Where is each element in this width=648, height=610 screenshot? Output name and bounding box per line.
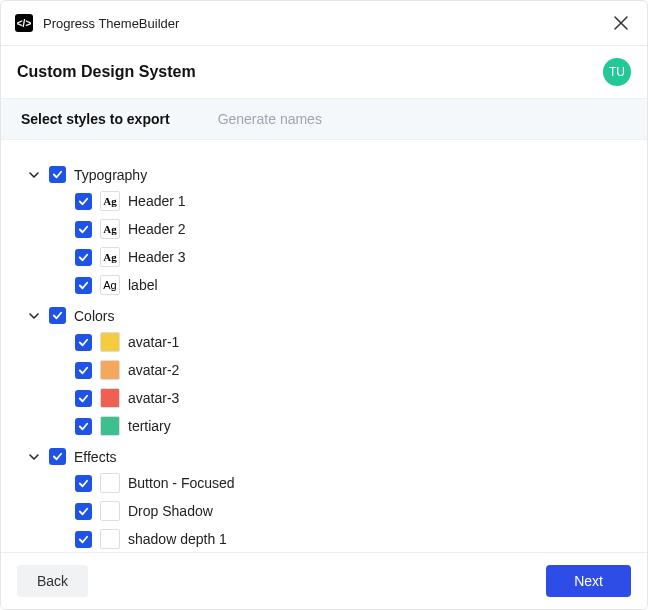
header: Custom Design System TU — [1, 46, 647, 99]
item-label: Header 3 — [128, 249, 186, 265]
checkbox[interactable] — [75, 390, 92, 407]
app-title: Progress ThemeBuilder — [43, 16, 599, 31]
group-label: Typography — [74, 167, 147, 183]
back-button[interactable]: Back — [17, 565, 88, 597]
app-icon: </> — [15, 14, 33, 32]
tabs: Select styles to export Generate names — [1, 99, 647, 140]
chevron-down-icon — [27, 168, 41, 182]
item-label: Header 1 — [128, 193, 186, 209]
item-header-1[interactable]: Ag Header 1 — [19, 187, 629, 215]
item-label: shadow depth 1 — [128, 531, 227, 547]
group-effects[interactable]: Effects — [19, 444, 629, 469]
checkbox[interactable] — [75, 221, 92, 238]
titlebar: </> Progress ThemeBuilder — [1, 1, 647, 46]
item-label: Button - Focused — [128, 475, 235, 491]
checkbox[interactable] — [75, 249, 92, 266]
checkbox[interactable] — [75, 503, 92, 520]
checkbox[interactable] — [75, 418, 92, 435]
item-tertiary[interactable]: tertiary — [19, 412, 629, 440]
close-icon — [614, 16, 628, 30]
checkbox[interactable] — [75, 475, 92, 492]
typography-swatch-icon: Ag — [100, 247, 120, 267]
item-label: tertiary — [128, 418, 171, 434]
item-label: label — [128, 277, 158, 293]
item-label: Header 2 — [128, 221, 186, 237]
close-button[interactable] — [609, 11, 633, 35]
tab-generate-names[interactable]: Generate names — [218, 111, 322, 127]
group-label: Colors — [74, 308, 114, 324]
avatar[interactable]: TU — [603, 58, 631, 86]
chevron-down-icon — [27, 309, 41, 323]
footer: Back Next — [1, 552, 647, 609]
group-colors[interactable]: Colors — [19, 303, 629, 328]
chevron-down-icon — [27, 450, 41, 464]
group-typography[interactable]: Typography — [19, 162, 629, 187]
item-drop-shadow[interactable]: Drop Shadow — [19, 497, 629, 525]
item-label: avatar-2 — [128, 362, 179, 378]
item-header-2[interactable]: Ag Header 2 — [19, 215, 629, 243]
typography-swatch-icon: Ag — [100, 275, 120, 295]
checkbox[interactable] — [75, 193, 92, 210]
checkbox-effects[interactable] — [49, 448, 66, 465]
effect-swatch-icon — [100, 501, 120, 521]
checkbox[interactable] — [75, 531, 92, 548]
item-label: avatar-3 — [128, 390, 179, 406]
design-system-title: Custom Design System — [17, 63, 603, 81]
typography-swatch-icon: Ag — [100, 219, 120, 239]
checkbox[interactable] — [75, 277, 92, 294]
color-swatch-icon — [100, 388, 120, 408]
styles-tree: Typography Ag Header 1 Ag Header 2 Ag He… — [1, 140, 647, 552]
item-button-focused[interactable]: Button - Focused — [19, 469, 629, 497]
item-label-typography[interactable]: Ag label — [19, 271, 629, 299]
checkbox[interactable] — [75, 334, 92, 351]
group-label: Effects — [74, 449, 117, 465]
typography-swatch-icon: Ag — [100, 191, 120, 211]
color-swatch-icon — [100, 416, 120, 436]
effect-swatch-icon — [100, 529, 120, 549]
effect-swatch-icon — [100, 473, 120, 493]
item-label: avatar-1 — [128, 334, 179, 350]
color-swatch-icon — [100, 360, 120, 380]
item-avatar-1[interactable]: avatar-1 — [19, 328, 629, 356]
checkbox-typography[interactable] — [49, 166, 66, 183]
checkbox-colors[interactable] — [49, 307, 66, 324]
item-shadow-depth-1[interactable]: shadow depth 1 — [19, 525, 629, 552]
item-label: Drop Shadow — [128, 503, 213, 519]
color-swatch-icon — [100, 332, 120, 352]
item-avatar-2[interactable]: avatar-2 — [19, 356, 629, 384]
item-avatar-3[interactable]: avatar-3 — [19, 384, 629, 412]
item-header-3[interactable]: Ag Header 3 — [19, 243, 629, 271]
next-button[interactable]: Next — [546, 565, 631, 597]
tab-select-styles[interactable]: Select styles to export — [21, 111, 170, 127]
checkbox[interactable] — [75, 362, 92, 379]
